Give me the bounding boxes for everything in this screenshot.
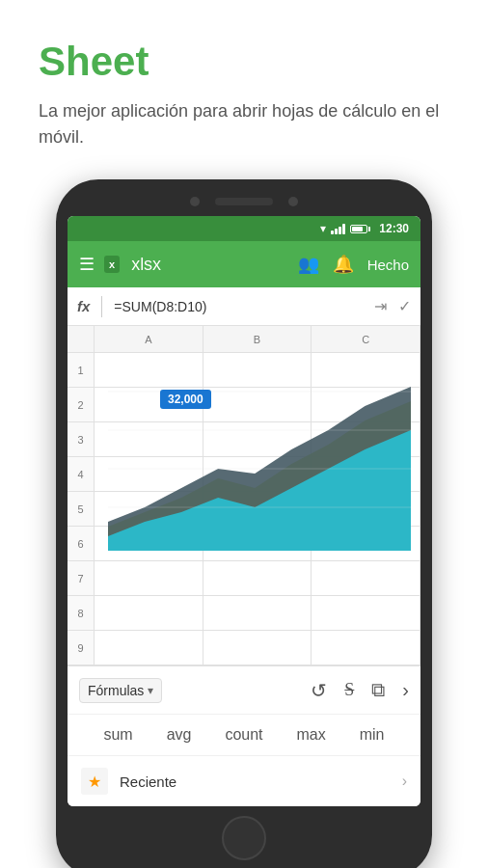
formula-wrap-icon[interactable]: ⇥ [374, 297, 387, 315]
table-row [95, 631, 420, 665]
chart-tooltip: 32,000 [160, 390, 211, 409]
function-min-button[interactable]: min [360, 726, 385, 744]
header-section: Sheet La mejor aplicación para abrir hoj… [0, 0, 488, 179]
row-headers: 1 2 3 4 5 6 7 8 9 [68, 326, 95, 665]
home-button[interactable] [222, 816, 266, 860]
status-icons: ▾ 12:30 [320, 222, 409, 235]
row-header-7: 7 [68, 561, 94, 596]
table-row [95, 596, 420, 631]
app-title: Sheet [39, 39, 449, 85]
phone-screen: ▾ 12:30 [68, 216, 420, 806]
contacts-icon[interactable]: 👥 [298, 254, 319, 275]
recent-star-icon: ★ [81, 768, 108, 795]
fx-label: fx [77, 298, 90, 314]
chart-container: 32,000 [108, 372, 411, 551]
phone-bottom-bar [68, 816, 420, 860]
function-count-button[interactable]: count [225, 726, 262, 744]
app-toolbar: ☰ x xlsx 👥 🔔 Hecho [68, 241, 420, 287]
app-description: La mejor aplicación para abrir hojas de … [39, 98, 449, 150]
cell-a8[interactable] [95, 596, 203, 630]
undo-icon[interactable]: ↺ [311, 679, 327, 702]
col-header-a: A [95, 326, 203, 352]
row-header-2: 2 [68, 388, 94, 422]
corner-cell [68, 326, 94, 353]
row-header-4: 4 [68, 457, 94, 492]
copy-format-icon[interactable]: ⧉ [371, 679, 385, 701]
speaker [215, 198, 273, 205]
camera-dot [190, 197, 200, 206]
bottom-toolbar: Fórmulas ▾ ↺ S ⧉ › [68, 665, 420, 714]
signal-icon [331, 224, 345, 234]
formula-icons: ⇥ ✓ [374, 297, 411, 315]
formula-check-icon[interactable]: ✓ [398, 297, 411, 315]
function-sum-button[interactable]: sum [103, 726, 132, 744]
row-header-9: 9 [68, 631, 94, 665]
status-bar: ▾ 12:30 [68, 216, 420, 241]
bottom-toolbar-icons: ↺ S ⧉ › [170, 679, 409, 702]
function-max-button[interactable]: max [297, 726, 326, 744]
cell-a7[interactable] [95, 561, 203, 595]
row-header-1: 1 [68, 353, 94, 388]
grid-area: A B C [95, 326, 420, 665]
recent-row[interactable]: ★ Reciente › [68, 755, 420, 806]
formula-bar: fx =SUM(D8:D10) ⇥ ✓ [68, 287, 420, 326]
col-header-c: C [312, 326, 420, 352]
recent-arrow-icon: › [402, 773, 407, 790]
strikethrough-icon[interactable]: S [344, 680, 354, 700]
grid-rows: 32,000 [95, 353, 420, 665]
spreadsheet-grid: 1 2 3 4 5 6 7 8 9 A B [68, 326, 420, 665]
area-chart [108, 372, 411, 551]
camera-dot-right [288, 197, 298, 206]
formula-dropdown[interactable]: Fórmulas ▾ [79, 678, 162, 703]
battery-icon [350, 225, 370, 233]
cell-b9[interactable] [203, 631, 312, 665]
formula-divider [101, 296, 102, 317]
hamburger-icon[interactable]: ☰ [79, 254, 95, 275]
function-row: sum avg count max min [68, 714, 420, 755]
toolbar-actions: 👥 🔔 Hecho [298, 254, 409, 275]
col-header-b: B [203, 326, 312, 352]
row-header-3: 3 [68, 422, 94, 457]
status-time: 12:30 [379, 222, 409, 235]
phone-mockup: ▾ 12:30 [56, 179, 432, 868]
app-logo: x [104, 256, 120, 273]
cell-c8[interactable] [312, 596, 420, 630]
row-header-8: 8 [68, 596, 94, 631]
more-icon[interactable]: › [402, 679, 409, 701]
wifi-icon: ▾ [320, 222, 326, 235]
done-button[interactable]: Hecho [367, 257, 409, 273]
phone-top-bar [68, 197, 420, 206]
col-headers: A B C [95, 326, 420, 353]
notification-icon[interactable]: 🔔 [333, 254, 354, 275]
star-icon: ★ [88, 773, 101, 791]
row-header-5: 5 [68, 492, 94, 527]
cell-c9[interactable] [312, 631, 420, 665]
formula-select-label: Fórmulas [88, 683, 144, 698]
recent-label: Reciente [120, 773, 391, 790]
cell-b8[interactable] [203, 596, 312, 630]
spreadsheet-area: 1 2 3 4 5 6 7 8 9 A B [68, 326, 420, 665]
cell-b7[interactable] [203, 561, 312, 595]
formula-input[interactable]: =SUM(D8:D10) [114, 299, 366, 314]
table-row [95, 561, 420, 596]
cell-c7[interactable] [312, 561, 420, 595]
filename-label: xlsx [131, 255, 288, 275]
row-header-6: 6 [68, 527, 94, 561]
phone-body: ▾ 12:30 [56, 179, 432, 868]
cell-a9[interactable] [95, 631, 203, 665]
dropdown-arrow-icon: ▾ [148, 684, 153, 697]
function-avg-button[interactable]: avg [167, 726, 192, 744]
